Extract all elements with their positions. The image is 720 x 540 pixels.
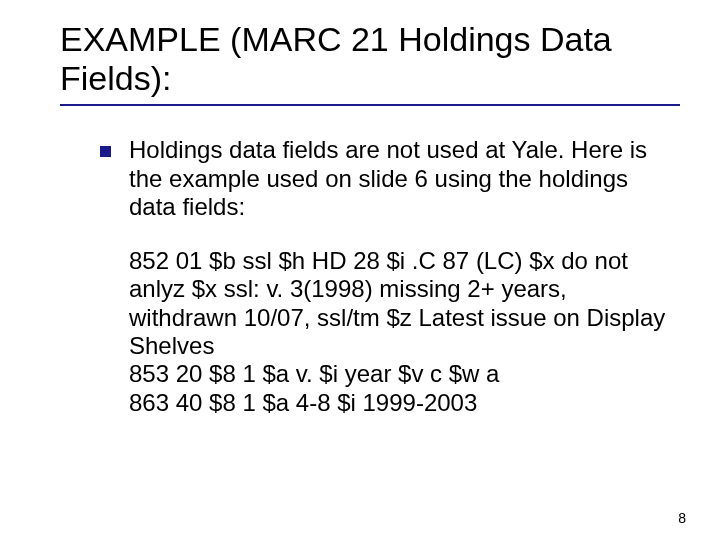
slide-body: Holdings data fields are not used at Yal…: [60, 136, 680, 417]
marc-example-block: 852 01 $b ssl $h HD 28 $i .C 87 (LC) $x …: [129, 247, 680, 417]
title-underline: [60, 104, 680, 106]
bullet-item: Holdings data fields are not used at Yal…: [100, 136, 680, 221]
slide: EXAMPLE (MARC 21 Holdings Data Fields): …: [0, 0, 720, 540]
page-number: 8: [678, 510, 686, 526]
slide-title: EXAMPLE (MARC 21 Holdings Data Fields):: [60, 20, 680, 98]
bullet-icon: [100, 146, 111, 157]
bullet-text: Holdings data fields are not used at Yal…: [129, 136, 680, 221]
